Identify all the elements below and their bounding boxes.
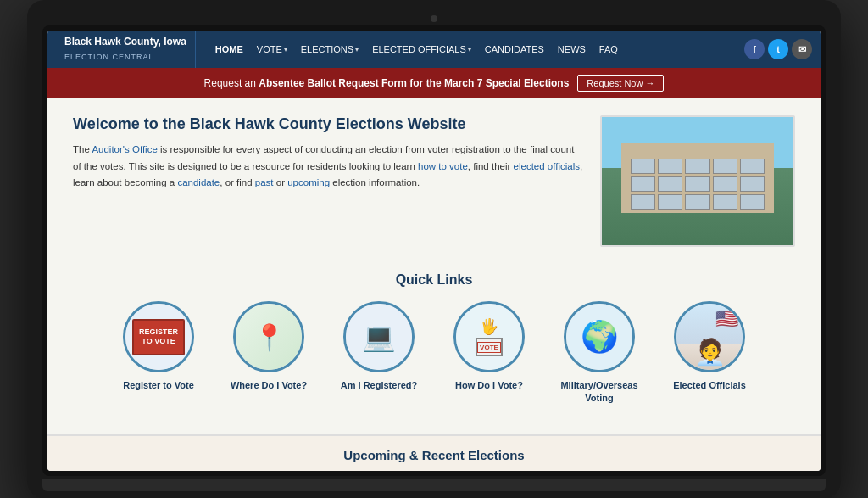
auditors-office-link[interactable]: Auditor's Office [92,144,157,154]
upcoming-link[interactable]: upcoming [287,177,330,187]
laptop-screen: Black Hawk County, Iowa ELECTION CENTRAL… [47,31,821,471]
request-now-button[interactable]: Request Now → [577,75,664,92]
register-icon-circle: REGISTER TO VOTE [123,301,194,372]
registered-icon-circle: 💻 [343,301,415,372]
nav-link-home[interactable]: HOME [209,41,249,58]
nav-link-faq[interactable]: FAQ [593,41,624,58]
announcement-banner: Request an Absentee Ballot Request Form … [47,68,821,98]
nav-link-candidates[interactable]: CANDIDATES [479,41,550,58]
vote-box: VOTE [476,338,503,356]
laptop-base [42,479,826,491]
nav-link-elected-officials[interactable]: ELECTED OFFICIALS ▾ [366,41,477,58]
register-label: Register to Vote [123,379,194,391]
welcome-section: Welcome to the Black Hawk County Electio… [73,115,795,247]
email-button[interactable]: ✉ [792,39,812,59]
building-image [600,115,795,247]
quick-link-where[interactable]: 📍 Where Do I Vote? [222,301,315,404]
past-link[interactable]: past [255,177,274,187]
candidate-link[interactable]: candidate [177,177,220,187]
quick-links-title: Quick Links [73,272,795,288]
upcoming-section: Upcoming & Recent Elections [47,434,821,471]
welcome-text-block: Welcome to the Black Hawk County Electio… [73,115,583,247]
laptop-frame: Black Hawk County, Iowa ELECTION CENTRAL… [27,0,841,498]
brand-name: Black Hawk County, Iowa [64,36,186,48]
globe-emoji-icon: 🌍 [581,319,619,355]
elected-officials-link[interactable]: elected officials [514,161,580,171]
main-content: Welcome to the Black Hawk County Electio… [47,98,821,434]
quick-links-grid: REGISTER TO VOTE Register to Vote [73,301,795,404]
map-pin-icon: 📍 [253,322,285,352]
brand-subtitle: ELECTION CENTRAL [64,53,154,61]
quick-link-officials[interactable]: 🇺🇸 🧑‍💼 Elected Officials [663,301,756,404]
nav-link-news[interactable]: NEWS [552,41,592,58]
quick-link-register[interactable]: REGISTER TO VOTE Register to Vote [112,301,205,404]
register-stamp: REGISTER TO VOTE [132,319,185,355]
officials-icon-circle: 🇺🇸 🧑‍💼 [674,301,745,372]
flag-icon: 🇺🇸 [715,308,738,330]
facebook-button[interactable]: f [744,39,765,59]
laptop-screen-border: Black Hawk County, Iowa ELECTION CENTRAL… [42,25,826,476]
where-label: Where Do I Vote? [231,379,307,391]
globe-icon: 🌍 [566,304,632,370]
vote-icon: 🖐 VOTE [456,304,522,370]
brand-logo: Black Hawk County, Iowa ELECTION CENTRAL [56,31,196,68]
computer-icon: 💻 [346,304,412,370]
quick-link-am-i-registered[interactable]: 💻 Am I Registered? [332,301,426,404]
officials-label: Elected Officials [673,379,746,391]
social-links: f t ✉ [744,39,812,59]
person-icon: 🧑‍💼 [694,337,726,367]
welcome-body: The Auditor's Office is responsible for … [73,142,583,192]
chevron-down-icon: ▾ [355,46,359,53]
quick-link-how-vote[interactable]: 🖐 VOTE How Do I Vote? [442,301,536,404]
nav-link-vote[interactable]: VOTE ▾ [251,41,293,58]
military-icon-circle: 🌍 [564,301,635,372]
laptop-camera [431,15,437,22]
how-vote-label: How Do I Vote? [455,379,523,391]
nav-links: HOME VOTE ▾ ELECTIONS ▾ ELECTED OFFICIAL… [209,41,744,58]
banner-text: Request an Absentee Ballot Request Form … [204,77,570,89]
chevron-down-icon: ▾ [284,46,287,53]
how-vote-icon-circle: 🖐 VOTE [453,301,525,372]
registered-label: Am I Registered? [341,379,417,391]
building-windows [631,159,765,210]
map-icon: 📍 [236,304,302,370]
register-icon: REGISTER TO VOTE [125,304,192,370]
quick-link-military[interactable]: 🌍 Military/Overseas Voting [553,301,646,404]
how-to-vote-link[interactable]: how to vote [418,161,468,171]
laptop-icon: 💻 [362,321,396,353]
hand-icon: 🖐 [480,317,498,336]
nav-link-elections[interactable]: ELECTIONS ▾ [295,41,364,58]
welcome-title: Welcome to the Black Hawk County Electio… [73,115,583,133]
navigation-bar: Black Hawk County, Iowa ELECTION CENTRAL… [47,31,821,68]
upcoming-title: Upcoming & Recent Elections [73,448,795,462]
military-label: Military/Overseas Voting [553,379,646,404]
chevron-down-icon: ▾ [468,46,471,53]
officials-icon: 🇺🇸 🧑‍💼 [676,304,743,370]
twitter-button[interactable]: t [768,39,788,59]
vote-label: VOTE [477,342,501,353]
quick-links-section: Quick Links REGISTER TO VOTE [73,264,795,417]
where-icon-circle: 📍 [233,301,304,372]
